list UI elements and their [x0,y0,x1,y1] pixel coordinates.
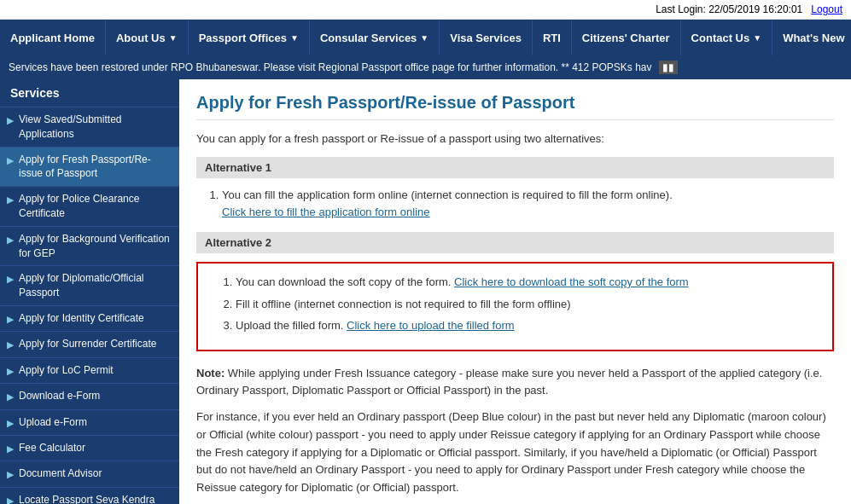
caret-icon: ▼ [420,33,428,43]
nav-item-citizens-charter[interactable]: Citizens' Charter [572,20,681,55]
sidebar-item-label: Apply for LoC Permit [19,363,114,378]
alt2-item-1-text: You can download the soft copy of the fo… [236,275,451,288]
sidebar-item-label: Apply for Background Verification for GE… [19,232,171,261]
nav-item-what-s-new[interactable]: What's New [772,20,851,55]
alt1-item-1-text: You can fill the application form online… [222,188,673,201]
content-layout: Services ▶View Saved/Submitted Applicati… [0,79,851,504]
sidebar-item-12[interactable]: ▶Locate Passport Seva Kendra [0,488,179,504]
last-login-text: Last Login: 22/05/2019 16:20:01 [656,3,802,15]
sidebar-item-0[interactable]: ▶View Saved/Submitted Applications [0,107,179,148]
sidebar-item-label: View Saved/Submitted Applications [19,113,171,142]
sidebar-arrow-icon: ▶ [7,313,14,326]
sidebar-arrow-icon: ▶ [7,194,14,206]
nav-item-about-us[interactable]: About Us ▼ [106,20,189,55]
sidebar-arrow-icon: ▶ [7,417,14,430]
sidebar-item-label: Apply for Surrender Certificate [19,337,156,351]
logout-link[interactable]: Logout [811,3,842,15]
intro-text: You can apply for a fresh passport or Re… [196,132,834,145]
alt1-item-1: You can fill the application form online… [222,187,834,220]
sidebar-item-10[interactable]: ▶Fee Calculator [0,436,179,461]
upload-form-link[interactable]: Click here to upload the filled form [347,319,515,332]
alt2-item-3-text: Upload the filled form. [236,319,343,332]
sidebar-arrow-icon: ▶ [7,339,14,351]
sidebar-item-label: Fee Calculator [19,441,85,455]
caret-icon: ▼ [169,33,178,43]
nav-item-applicant-home[interactable]: Applicant Home [0,20,106,55]
caret-icon: ▼ [753,33,761,43]
sidebar-item-label: Locate Passport Seva Kendra [19,493,154,504]
note-label: Note: [196,367,224,379]
sidebar-title: Services [0,79,179,107]
alt2-item-2-text: Fill it offline (internet connection is … [236,298,571,310]
sidebar-arrow-icon: ▶ [7,273,14,286]
alt2-item-1: You can download the soft copy of the fo… [236,274,820,291]
caret-icon: ▼ [290,33,299,43]
sidebar-item-label: Apply for Identity Certificate [19,311,144,326]
sidebar-item-label: Download e-Form [19,389,100,403]
sidebar-item-label: Document Advisor [19,466,102,481]
sidebar-item-8[interactable]: ▶Download e-Form [0,384,179,409]
nav-item-passport-offices[interactable]: Passport Offices ▼ [189,20,310,55]
main-content: Apply for Fresh Passport/Re-issue of Pas… [179,79,851,504]
sidebar-item-2[interactable]: ▶Apply for Police Clearance Certificate [0,187,179,227]
nav-item-contact-us[interactable]: Contact Us ▼ [681,20,773,55]
sidebar-item-1[interactable]: ▶Apply for Fresh Passport/Re-issue of Pa… [0,148,179,188]
sidebar-item-3[interactable]: ▶Apply for Background Verification for G… [0,227,179,267]
sidebar-arrow-icon: ▶ [7,391,14,403]
page-title: Apply for Fresh Passport/Re-issue of Pas… [196,93,834,120]
alt1-heading: Alternative 1 [196,157,834,178]
note-text-1: While applying under Fresh Issuance cate… [196,367,822,397]
sidebar-arrow-icon: ▶ [7,114,14,127]
sidebar-arrow-icon: ▶ [7,443,14,455]
note-para-1: Note: While applying under Fresh Issuanc… [196,365,834,401]
alt2-item-3: Upload the filled form. Click here to up… [236,317,820,334]
fill-form-online-link[interactable]: Click here to fill the application form … [222,206,430,218]
alt2-box: You can download the soft copy of the fo… [196,262,834,351]
note-section: Note: While applying under Fresh Issuanc… [196,365,834,498]
sidebar-item-7[interactable]: ▶Apply for LoC Permit [0,358,179,384]
note-para-2: For instance, if you ever held an Ordina… [196,408,834,497]
alt2-heading: Alternative 2 [196,232,834,253]
sidebar-item-label: Upload e-Form [19,415,87,430]
sidebar-item-label: Apply for Fresh Passport/Re-issue of Pas… [19,153,171,182]
nav-item-visa-services[interactable]: Visa Services [440,20,533,55]
alt1-list: You can fill the application form online… [196,187,834,220]
nav-item-consular-services[interactable]: Consular Services ▼ [310,20,440,55]
sidebar-arrow-icon: ▶ [7,495,14,504]
sidebar-item-6[interactable]: ▶Apply for Surrender Certificate [0,332,179,357]
main-nav: Applicant HomeAbout Us ▼Passport Offices… [0,20,851,55]
sidebar-item-4[interactable]: ▶Apply for Diplomatic/Official Passport [0,266,179,306]
alt2-list: You can download the soft copy of the fo… [210,274,820,334]
ticker-pause-button[interactable]: ▮▮ [659,61,678,74]
sidebar-item-label: Apply for Police Clearance Certificate [19,192,171,221]
sidebar-item-9[interactable]: ▶Upload e-Form [0,410,179,436]
download-form-link[interactable]: Click here to download the soft copy of … [454,275,689,288]
sidebar-arrow-icon: ▶ [7,365,14,378]
sidebar-arrow-icon: ▶ [7,468,14,481]
nav-item-rti[interactable]: RTI [533,20,572,55]
ticker-text: Services have been restored under RPO Bh… [9,61,652,73]
sidebar-item-label: Apply for Diplomatic/Official Passport [19,271,171,300]
sidebar-arrow-icon: ▶ [7,154,14,167]
top-bar: Last Login: 22/05/2019 16:20:01 Logout [0,0,851,20]
alt2-item-2: Fill it offline (internet connection is … [236,296,820,313]
sidebar: Services ▶View Saved/Submitted Applicati… [0,79,179,504]
sidebar-item-5[interactable]: ▶Apply for Identity Certificate [0,306,179,332]
news-ticker: Services have been restored under RPO Bh… [0,55,851,79]
sidebar-item-11[interactable]: ▶Document Advisor [0,461,179,487]
sidebar-arrow-icon: ▶ [7,234,14,246]
